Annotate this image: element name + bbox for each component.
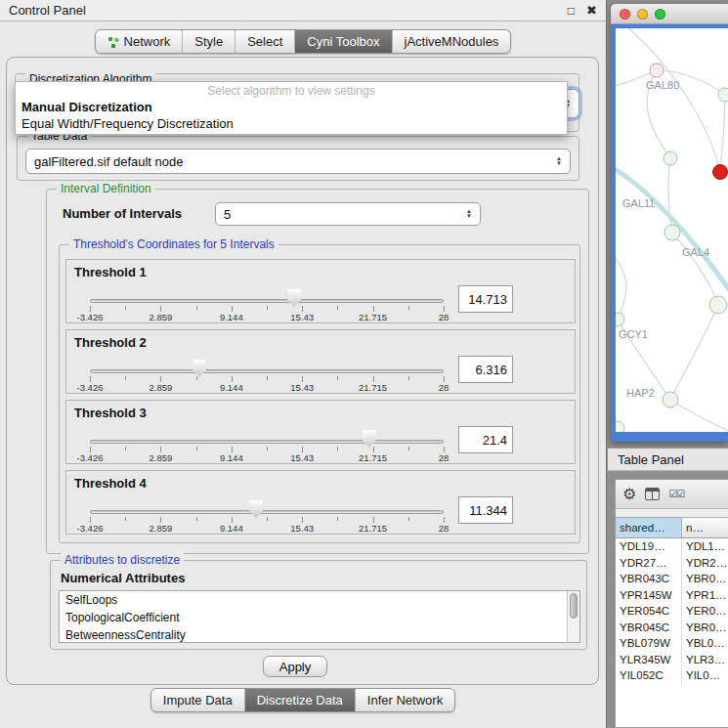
tick-mark bbox=[337, 447, 338, 450]
cell-shared-name: YER054C bbox=[616, 603, 682, 620]
cell-shared-name: YDL19… bbox=[616, 538, 682, 555]
table-row[interactable]: YBL079WYBL0… bbox=[616, 635, 728, 652]
threshold-value-field[interactable]: 21.4 bbox=[458, 426, 513, 453]
scale-label: 21.715 bbox=[359, 312, 387, 322]
tab-infer-network[interactable]: Infer Network bbox=[355, 689, 454, 711]
top-tabs-segmented: NetworkStyleSelectCyni ToolboxjActiveMNo… bbox=[95, 29, 512, 54]
scale-label: 21.715 bbox=[359, 382, 387, 393]
scale-label: 21.715 bbox=[359, 523, 387, 534]
threshold-slider[interactable]: -3.4262.8599.14415.4321.71528 bbox=[90, 471, 444, 534]
gear-icon[interactable]: ⚙ bbox=[622, 487, 636, 502]
thresholds-list: Threshold 1-3.4262.8599.14415.4321.71528… bbox=[60, 245, 579, 542]
bottom-tabs-segmented: Impute DataDiscretize DataInfer Network bbox=[150, 688, 455, 712]
minimize-traffic-light[interactable] bbox=[637, 9, 648, 20]
network-node[interactable] bbox=[616, 421, 624, 432]
scrollbar-thumb[interactable] bbox=[570, 593, 578, 619]
tab-jactivemnodules[interactable]: jActiveMNodules bbox=[392, 30, 511, 53]
bottom-tab-bar: Impute DataDiscretize DataInfer Network bbox=[0, 688, 606, 712]
tick-mark bbox=[267, 306, 268, 310]
float-window-icon[interactable]: □ bbox=[568, 4, 575, 18]
slider-track[interactable] bbox=[90, 369, 444, 373]
attribute-item[interactable]: TopologicalCoefficient bbox=[60, 609, 579, 626]
cell-shared-name: YLR345W bbox=[616, 652, 682, 668]
table-row[interactable]: YLR345WYLR3… bbox=[616, 652, 728, 668]
threshold-value-field[interactable]: 14.713 bbox=[458, 285, 513, 313]
attribute-item[interactable]: SelfLoops bbox=[60, 591, 579, 609]
slider-thumb[interactable] bbox=[287, 289, 301, 307]
network-node[interactable] bbox=[664, 225, 680, 240]
columns-icon[interactable] bbox=[645, 488, 660, 500]
tab-cyni-toolbox[interactable]: Cyni Toolbox bbox=[294, 30, 391, 53]
threshold-value-field[interactable]: 11.344 bbox=[458, 496, 513, 524]
tab-discretize-data[interactable]: Discretize Data bbox=[244, 689, 355, 711]
slider-thumb[interactable] bbox=[363, 430, 376, 448]
tab-label: jActiveMNodules bbox=[405, 34, 499, 49]
table-data-combobox[interactable]: galFiltered.sif default node ▲ ▼ bbox=[25, 149, 571, 174]
numerical-attributes-list[interactable]: SelfLoopsTopologicalCoefficientBetweenne… bbox=[59, 590, 580, 643]
table-row[interactable]: YDR27…YDR2… bbox=[616, 555, 728, 572]
threshold-slider[interactable]: -3.4262.8599.14415.4321.71528 bbox=[90, 260, 444, 322]
combo-down-arrow-icon: ▼ bbox=[556, 161, 562, 166]
tab-label: Network bbox=[124, 34, 171, 49]
scale-label: 28 bbox=[439, 312, 450, 322]
table-row[interactable]: YBR043CYBR0… bbox=[616, 571, 728, 587]
network-node[interactable] bbox=[709, 296, 727, 314]
table-row[interactable]: YDL19…YDL1… bbox=[616, 538, 728, 555]
node-label-gal4: GAL4 bbox=[682, 246, 709, 258]
network-canvas[interactable]: GAL80GAL11GAL4GCY1HAP2 bbox=[616, 28, 728, 432]
attributes-scrollbar[interactable] bbox=[567, 591, 579, 642]
number-of-intervals-label: Number of Intervals bbox=[63, 206, 182, 221]
column-header-shared-name[interactable]: shared… bbox=[616, 518, 682, 537]
table-row[interactable]: YBR045CYBR0… bbox=[616, 620, 728, 636]
tab-impute-data[interactable]: Impute Data bbox=[151, 689, 244, 711]
network-node[interactable] bbox=[663, 392, 678, 407]
dropdown-option-equal-width-frequency-discretization[interactable]: Equal Width/Frequency Discretization bbox=[16, 115, 567, 132]
tab-label: Impute Data bbox=[163, 693, 233, 707]
slider-track[interactable] bbox=[90, 510, 444, 514]
cell-name: YBR0… bbox=[682, 620, 728, 636]
network-node[interactable] bbox=[616, 313, 624, 326]
scale-label: 9.144 bbox=[220, 382, 243, 393]
combo-down-arrow-icon: ▼ bbox=[466, 214, 472, 219]
dropdown-hint: Select algorithm to view settings bbox=[16, 84, 567, 99]
tab-select[interactable]: Select bbox=[235, 30, 294, 53]
cell-name: YBL0… bbox=[682, 635, 728, 652]
tick-mark bbox=[267, 517, 268, 521]
scale-label: 2.859 bbox=[150, 312, 173, 322]
select-columns-icon[interactable]: ☑☑ bbox=[668, 489, 684, 499]
number-of-intervals-combobox[interactable]: 5 ▲ ▼ bbox=[215, 202, 481, 226]
network-node[interactable] bbox=[650, 64, 664, 77]
table-header-row: shared… n… bbox=[616, 517, 728, 538]
scale-label: -3.426 bbox=[77, 382, 104, 393]
cell-name: YLR3… bbox=[682, 652, 728, 668]
tab-style[interactable]: Style bbox=[182, 30, 235, 53]
node-label-gal80: GAL80 bbox=[646, 79, 679, 91]
apply-button[interactable]: Apply bbox=[263, 656, 327, 677]
cell-shared-name: YBR045C bbox=[616, 620, 682, 636]
close-window-icon[interactable]: ✖ bbox=[586, 3, 597, 18]
slider-thumb[interactable] bbox=[193, 360, 206, 377]
attribute-item[interactable]: BetweennessCentrality bbox=[60, 626, 579, 643]
network-node[interactable] bbox=[664, 151, 677, 165]
network-node[interactable] bbox=[718, 88, 728, 102]
threshold-slider[interactable]: -3.4262.8599.14415.4321.71528 bbox=[90, 401, 444, 463]
zoom-traffic-light[interactable] bbox=[655, 9, 665, 20]
threshold-block: Threshold 2-3.4262.8599.14415.4321.71528… bbox=[65, 329, 576, 394]
threshold-slider[interactable]: -3.4262.8599.14415.4321.71528 bbox=[90, 330, 444, 393]
table-row[interactable]: YPR145WYPR1… bbox=[616, 587, 728, 604]
cell-shared-name: YBR043C bbox=[616, 571, 682, 587]
table-row[interactable]: YIL052CYIL0… bbox=[616, 667, 728, 684]
slider-track[interactable] bbox=[90, 440, 444, 444]
threshold-value-field[interactable]: 6.316 bbox=[458, 356, 513, 383]
dropdown-option-manual-discretization[interactable]: Manual Discretization bbox=[16, 99, 567, 115]
close-traffic-light[interactable] bbox=[620, 9, 630, 20]
slider-track[interactable] bbox=[90, 299, 444, 303]
tab-network[interactable]: Network bbox=[96, 30, 183, 53]
network-node-selected[interactable] bbox=[713, 165, 728, 180]
scale-label: -3.426 bbox=[77, 523, 104, 534]
column-header-name[interactable]: n… bbox=[682, 518, 728, 537]
combo-arrows-icon: ▲ ▼ bbox=[466, 209, 472, 219]
slider-thumb[interactable] bbox=[249, 500, 263, 518]
table-row[interactable]: YER054CYER0… bbox=[616, 603, 728, 620]
tick-mark bbox=[125, 306, 126, 310]
